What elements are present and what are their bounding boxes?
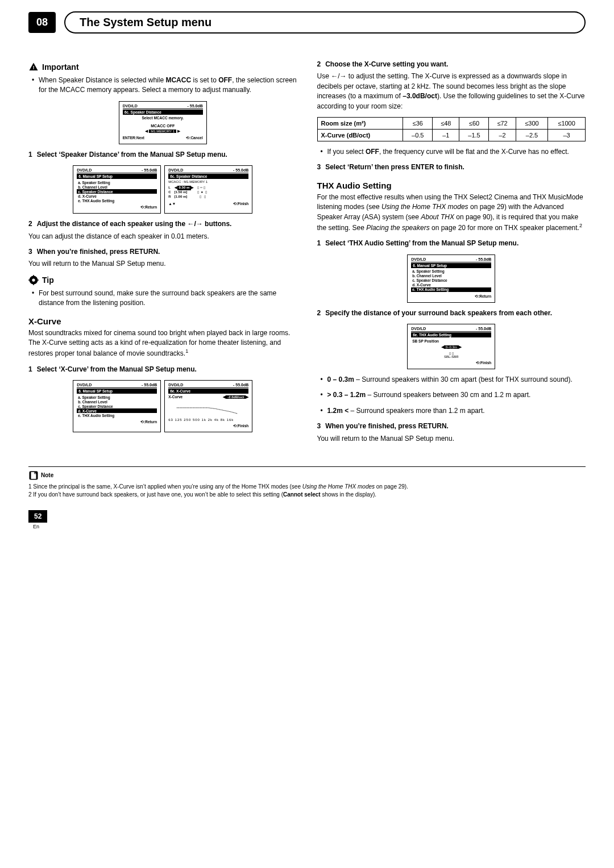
dist-bullet-3: •1.2m < – Surround speakers more than 1.… xyxy=(321,406,586,416)
cell: Room size (m²) xyxy=(317,117,403,129)
screen-thx-audio: DVD/LD- 55.0dB 6e. THX Audio Setting SB … xyxy=(407,324,495,369)
t: OFF xyxy=(218,76,232,84)
thx-paragraph: For the most effective results when usin… xyxy=(317,193,586,233)
step-num: 3 xyxy=(317,422,321,430)
t: 6c. Speaker Distance xyxy=(168,174,248,179)
t: buttons. xyxy=(203,220,232,228)
step-title: Select ‘Return’ then press ENTER to fini… xyxy=(325,163,464,171)
left-column: ! Important • When Speaker Distance is s… xyxy=(28,56,297,449)
t: c. Speaker Distance xyxy=(77,189,157,194)
svg-rect-6 xyxy=(28,279,30,281)
svg-rect-4 xyxy=(33,275,34,277)
cell: ≤36 xyxy=(403,117,433,129)
t: ENTER:Next xyxy=(123,136,144,140)
step-body: You will return to the Manual SP Setup m… xyxy=(28,259,297,269)
screen-xcurve: DVD/LD- 55.0dB 6e. X-Curve X-Curve◀-2.0d… xyxy=(164,380,252,432)
page-lang: En xyxy=(33,524,586,529)
sup: 1 xyxy=(185,348,188,354)
dist-bullet-1: •0 – 0.3m – Surround speakers within 30 … xyxy=(321,375,586,385)
gear-icon xyxy=(28,275,39,285)
t: [1.00 m] xyxy=(175,195,188,198)
t: 0.50 m xyxy=(177,186,192,190)
t: DVD/LD xyxy=(411,327,426,331)
t: - 55.0dB xyxy=(142,383,157,387)
step-body: You can adjust the distance of each spea… xyxy=(28,232,297,241)
t: MCACC : M1.MEMORY 1 xyxy=(168,180,248,183)
cell: ≤60 xyxy=(459,117,489,129)
t: DVD/LD xyxy=(77,383,92,387)
screen-manual-sp-menu-2: DVD/LD- 55.0dB 6. Manual SP Setup a. Spe… xyxy=(73,380,161,432)
t: 0–0.3m xyxy=(444,345,459,349)
t: [1.50 m] xyxy=(175,190,188,194)
svg-rect-7 xyxy=(37,279,39,281)
room-size-table: Room size (m²) ≤36 ≤48 ≤60 ≤72 ≤300 ≤100… xyxy=(317,117,586,141)
t: ▲▼ xyxy=(168,202,176,206)
t: e. THX Audio Setting xyxy=(411,287,491,292)
t: - 55.0dB xyxy=(188,104,203,108)
tip-heading: Tip xyxy=(28,275,297,285)
cell: X-Curve (dB/oct) xyxy=(317,129,403,141)
t: Select MCACC memory. xyxy=(123,116,203,120)
t: - 55.0dB xyxy=(233,168,248,172)
step-num: 1 xyxy=(317,239,321,247)
t: 6. Manual SP Setup xyxy=(77,389,157,394)
t: - 55.0dB xyxy=(476,327,491,331)
t: Cannot select xyxy=(283,491,321,498)
t: ⟲:Return xyxy=(475,294,491,299)
step-num: 2 xyxy=(317,309,321,317)
note-label: Note xyxy=(41,471,53,479)
step-body: Use ←/→ to adjust the setting. The X-Cur… xyxy=(317,72,586,111)
step-num: 3 xyxy=(317,163,321,171)
off-bullet: •If you select OFF, the frequency curve … xyxy=(321,147,586,157)
tip-bullet: •For best surround sound, make sure the … xyxy=(32,289,297,308)
t: d. X-Curve xyxy=(77,194,157,198)
t: 2 If you don’t have surround back speake… xyxy=(28,491,283,498)
cell: –1 xyxy=(433,129,459,141)
t: on page 29). xyxy=(375,483,408,490)
svg-rect-5 xyxy=(33,283,34,285)
t: ⟲:Finish xyxy=(476,361,491,365)
important-bullet: • When Speaker Distance is selected whil… xyxy=(32,76,297,95)
t: 6. Manual SP Setup xyxy=(77,174,157,179)
t: 6e. THX Audio Setting xyxy=(411,332,491,337)
step-title: Choose the X-Curve setting you want. xyxy=(325,60,448,68)
t: c. Speaker Distance xyxy=(411,278,491,283)
screen-speaker-distance: DVD/LD- 55.0dB 6c. Speaker Distance MCAC… xyxy=(164,165,252,214)
cell: ≤72 xyxy=(489,117,516,129)
step-num: 1 xyxy=(28,151,32,158)
t: 63 125 250 500 1k 2k 4k 8k 16k xyxy=(168,418,248,422)
t: d. X-Curve xyxy=(77,408,157,413)
t: - 55.0dB xyxy=(142,168,157,172)
t: b. Channel Level xyxy=(77,399,157,404)
step-title: Select ‘THX Audio Setting’ from the Manu… xyxy=(325,239,518,247)
t: Using the Home THX modes xyxy=(302,483,375,490)
t: For best surround sound, make sure the s… xyxy=(39,289,297,308)
step-num: 2 xyxy=(28,220,32,228)
t: MCACC OFF xyxy=(123,124,203,128)
t: Adjust the distance of each speaker usin… xyxy=(37,220,188,228)
t: - 55.0dB xyxy=(476,257,491,261)
step-body: You will return to the Manual SP Setup m… xyxy=(317,434,586,444)
thx-heading: THX Audio Setting xyxy=(317,181,586,190)
step-num: 3 xyxy=(28,248,32,256)
t: DVD/LD xyxy=(77,168,92,172)
step-title: When you’re finished, press RETURN. xyxy=(325,422,449,430)
screen-manual-sp-menu-3: DVD/LD- 55.0dB 6. Manual SP Setup a. Spe… xyxy=(407,254,495,303)
t: ⟲:Finish xyxy=(233,202,248,206)
cell: –0.5 xyxy=(403,129,433,141)
t: 1 Since the principal is the same, X-Cur… xyxy=(28,483,302,490)
t: ⟲:Cancel xyxy=(186,136,202,140)
t: ⟲:Return xyxy=(140,205,157,210)
t: DVD/LD xyxy=(411,257,426,261)
t: 6e. X-Curve xyxy=(168,389,248,394)
t: a. Speaker Setting xyxy=(77,395,157,399)
t: c. Speaker Distance xyxy=(77,404,157,408)
t: ⟲:Finish xyxy=(233,424,248,428)
step-title: Select ‘X-Curve’ from the Manual SP Setu… xyxy=(37,365,197,373)
xcurve-paragraph: Most soundtracks mixed for cinema sound … xyxy=(28,328,297,359)
t: b. Channel Level xyxy=(77,185,157,189)
step-num: 2 xyxy=(317,60,321,68)
svg-point-3 xyxy=(32,278,35,281)
t: 6. Manual SP Setup xyxy=(411,263,491,268)
note-icon xyxy=(28,470,39,481)
